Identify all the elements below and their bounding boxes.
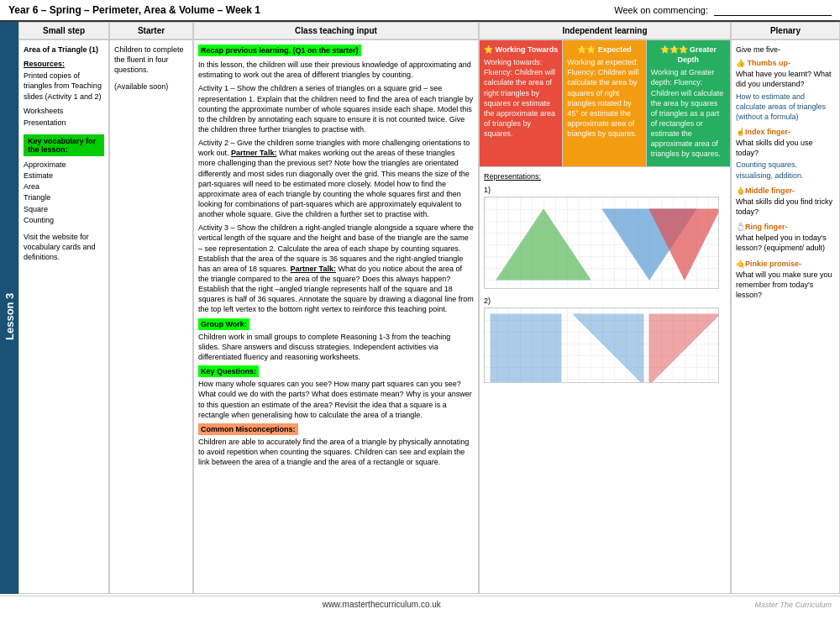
worksheets: Worksheets <box>24 106 104 116</box>
col-header-plenary: Plenary <box>731 22 840 39</box>
index-link: Counting squares, visualising, addition. <box>736 160 835 180</box>
footer-brand: Master The Curriculum <box>754 601 832 609</box>
starter-text2: (Available soon) <box>114 81 188 92</box>
rep2-svg <box>484 307 719 383</box>
col-headers: Small step Starter Class teaching input … <box>0 22 840 39</box>
index-label: ☝Index finger- <box>736 127 835 137</box>
vocab-box: Key vocabulary for the lesson: <box>24 134 104 156</box>
col-independent: ⭐ Working Towards Working towards: Fluen… <box>479 39 731 594</box>
week-line <box>714 5 832 16</box>
col-header-class: Class teaching input <box>193 22 479 39</box>
header-week: Week on commencing: <box>614 5 832 16</box>
misconceptions-text: Children are able to accurately find the… <box>198 437 474 467</box>
svg-rect-6 <box>491 314 561 383</box>
col-header-independent: Independent learning <box>479 22 731 39</box>
greater-depth: ⭐⭐⭐ Greater Depth Working at Greater dep… <box>647 40 730 166</box>
vocab-estimate: Estimate <box>24 171 104 181</box>
middle-text: What skills did you find tricky today? <box>736 197 835 217</box>
resources-text: Printed copies of triangles from Teachin… <box>24 71 104 101</box>
starter-text1: Children to complete the fluent in four … <box>114 45 188 75</box>
representations: Representations: 1) <box>480 167 730 389</box>
expected: ⭐⭐ Expected Working at expected: Fluency… <box>563 40 646 166</box>
main-content: Lesson 3 Area of a Triangle (1) Resource… <box>0 39 840 594</box>
vocab-square: Square <box>24 204 104 214</box>
group-work-label: Group Work: <box>198 318 249 330</box>
thumb-label: 👍 Thumbs up- <box>736 58 835 68</box>
key-questions-label: Key Questions: <box>198 365 259 377</box>
indep-top: ⭐ Working Towards Working towards: Fluen… <box>480 40 730 167</box>
plenary-intro: Give me five- <box>736 45 835 55</box>
col-small-step: Area of a Triangle (1) Resources: Printe… <box>18 39 109 594</box>
vocab-area: Area <box>24 181 104 192</box>
header: Year 6 – Spring – Perimeter, Area & Volu… <box>0 0 840 22</box>
index-text: What skills did you use today? <box>736 138 835 158</box>
misconceptions-label: Common Misconceptions: <box>198 423 298 435</box>
visit-text: Visit the website for vocabulary cards a… <box>24 232 104 262</box>
vocab-counting: Counting <box>24 215 104 225</box>
thumb-text: What have you learnt? What did you under… <box>736 69 835 89</box>
lesson-label: Lesson 3 <box>0 39 18 594</box>
rep1: 1) <box>484 185 726 291</box>
footer: www.masterthecurriculum.co.uk Master The… <box>0 596 840 612</box>
middle-label: 🖕Middle finger- <box>736 186 835 196</box>
col-plenary: Give me five- 👍 Thumbs up- What have you… <box>731 39 840 594</box>
vocab-approximate: Approximate <box>24 160 104 170</box>
footer-website: www.masterthecurriculum.co.uk <box>323 600 441 609</box>
col-class-input: Recap previous learning. (Q1 on the star… <box>193 39 479 594</box>
pinkie-text: What will you make sure you remember fro… <box>736 270 835 300</box>
presentation: Presentation <box>24 118 104 128</box>
col-header-small-step: Small step <box>18 22 109 39</box>
vocab-triangle: Triangle <box>24 192 104 202</box>
activity1: Activity 1 – Show the children a series … <box>198 83 474 134</box>
key-questions-text: How many whole squares can you see? How … <box>198 379 474 420</box>
col-header-starter: Starter <box>109 22 193 39</box>
pinkie-label: 🤙Pinkie promise- <box>736 259 835 269</box>
class-intro: In this lesson, the children will use th… <box>198 60 474 80</box>
working-towards: ⭐ Working Towards Working towards: Fluen… <box>480 40 563 166</box>
ring-text: What helped you in today's lesson? (equi… <box>736 233 835 253</box>
lesson-spacer <box>0 22 18 39</box>
representations-label: Representations: <box>484 171 726 181</box>
col-starter: Children to complete the fluent in four … <box>109 39 193 594</box>
opener-label: Recap previous learning. (Q1 on the star… <box>198 45 361 56</box>
rep1-svg <box>484 197 719 289</box>
activity2: Activity 2 – Give the children some tria… <box>198 138 474 219</box>
group-work-text: Children work in small groups to complet… <box>198 332 474 362</box>
ring-label: 💍Ring finger- <box>736 222 835 232</box>
small-step-title: Area of a Triangle (1) <box>24 45 104 55</box>
plenary-link: How to estimate and calculate areas of t… <box>736 92 835 122</box>
rep2: 2) <box>484 296 726 385</box>
activity3: Activity 3 – Show the children a right-a… <box>198 223 474 314</box>
resources-label: Resources: <box>24 59 104 69</box>
header-title: Year 6 – Spring – Perimeter, Area & Volu… <box>8 4 260 16</box>
